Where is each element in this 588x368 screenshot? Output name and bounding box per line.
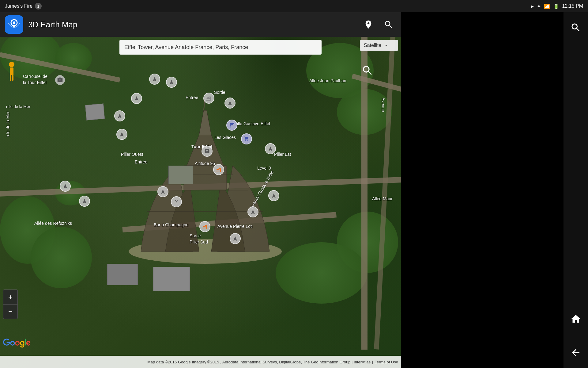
svg-point-2 [13,21,15,24]
nav-marker[interactable] [247,206,258,217]
app-name: James's Fire [5,3,32,9]
pegman-street-view[interactable] [6,61,18,86]
search-input[interactable] [124,44,317,51]
camera-icon-marker[interactable] [55,75,65,85]
nav-marker[interactable] [230,233,241,244]
nav-marker[interactable] [149,74,160,85]
tree-cluster [31,227,92,288]
nav-marker[interactable] [166,77,177,88]
nav-marker[interactable] [114,110,125,121]
google-logo [3,338,31,350]
nav-marker[interactable] [265,143,276,154]
right-sidebar [564,12,588,368]
right-search-icon[interactable] [361,64,374,78]
nav-marker[interactable] [79,196,90,207]
map-search-bar[interactable] [119,40,322,55]
app-header: 3D Earth Map [0,12,401,37]
svg-rect-14 [12,75,13,81]
location-status-icon: ▸ [531,3,534,9]
shopping-marker[interactable] [226,120,237,131]
app-title: 3D Earth Map [28,20,356,29]
svg-rect-11 [10,70,11,75]
shopping-marker[interactable] [241,133,252,144]
map-type-label: Satellite [364,43,381,48]
building [153,267,190,291]
nav-marker[interactable] [224,98,236,109]
status-bar: James's Fire 1 ▸ ✦ 📶 🔋 12:15 PM [0,0,588,12]
notification-count: 1 [35,3,42,10]
wifi-icon: 📶 [544,3,550,9]
nav-marker[interactable] [268,190,279,201]
restaurant-marker[interactable] [203,93,214,104]
svg-rect-0 [5,15,23,34]
clock: 12:15 PM [562,3,583,9]
location-button[interactable] [361,17,376,32]
svg-point-9 [9,62,14,67]
zoom-out-button[interactable]: − [3,304,18,319]
svg-rect-12 [12,70,13,75]
header-search-button[interactable] [381,17,396,32]
nav-marker[interactable] [116,129,127,140]
battery-icon: 🔋 [553,3,559,9]
nav-marker[interactable] [157,186,168,197]
restaurant-marker[interactable] [199,221,210,232]
building [85,103,105,120]
search-sidebar-button[interactable] [567,18,585,37]
restaurant-marker[interactable] [213,164,224,175]
map-type-dropdown[interactable]: Satellite [360,40,398,51]
home-button[interactable] [567,310,585,328]
terms-of-use-link[interactable]: Terms of Use [375,360,398,364]
camera-marker[interactable] [202,146,213,157]
building [107,264,138,285]
bluetooth-icon: ✦ [537,3,541,9]
zoom-in-button[interactable]: + [3,289,18,304]
svg-rect-13 [10,75,11,81]
status-bar-right: ▸ ✦ 📶 🔋 12:15 PM [531,3,583,9]
road [361,12,368,350]
app-logo [5,15,23,34]
info-marker[interactable]: ? [171,196,182,207]
attribution-text: Map data ©2015 Google Imagery ©2015 , Ae… [147,360,371,364]
back-button[interactable] [567,343,585,362]
nav-marker[interactable] [60,181,71,192]
status-bar-left: James's Fire 1 [5,3,42,10]
zoom-controls[interactable]: + − [3,289,18,319]
nav-marker[interactable] [131,93,142,104]
map-attribution: Map data ©2015 Google Imagery ©2015 , Ae… [0,356,401,368]
map-container[interactable]: Satellite Allée Jean Paulhan Carrousel d… [0,12,401,368]
building [168,166,193,184]
